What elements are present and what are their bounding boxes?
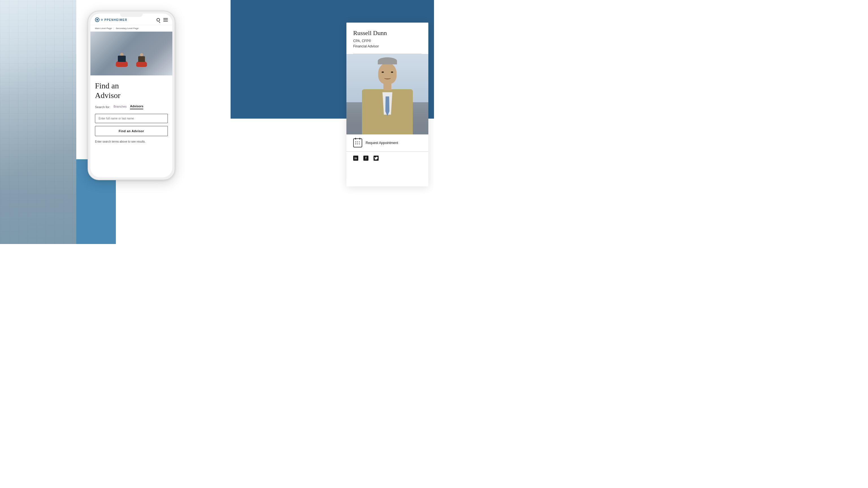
advisor-credentials-line2: Financial Advisor bbox=[353, 44, 379, 48]
find-advisor-section: Find an Advisor Search for: Branches Adv… bbox=[90, 75, 173, 146]
cal-dot-5 bbox=[357, 143, 358, 144]
advisor-photo bbox=[346, 54, 428, 134]
person-body-left bbox=[118, 56, 126, 62]
advisor-photo-person-container bbox=[346, 54, 428, 134]
advisor-eye-right bbox=[391, 71, 393, 73]
facebook-icon[interactable]: f bbox=[363, 156, 368, 161]
building-angle-overlay bbox=[0, 0, 76, 244]
hamburger-line-2 bbox=[163, 20, 168, 20]
advisor-hair bbox=[378, 57, 397, 64]
advisor-name: Russell Dunn bbox=[353, 29, 422, 37]
advisor-search-input[interactable] bbox=[95, 114, 168, 123]
hero-meeting-image bbox=[90, 32, 173, 75]
logo-prefix: O bbox=[101, 19, 103, 21]
advisor-neck bbox=[383, 83, 391, 90]
tab-advisors[interactable]: Advisors bbox=[130, 104, 143, 109]
phone-screen: O PPENHEIMER Main Level Page | Secondary… bbox=[90, 13, 173, 177]
find-advisor-title: Find an Advisor bbox=[95, 81, 168, 100]
title-line2: Advisor bbox=[95, 91, 120, 100]
advisor-card: Russell Dunn CPA, CFP® Financial Advisor bbox=[346, 23, 428, 186]
advisor-credentials: CPA, CFP® Financial Advisor bbox=[353, 38, 422, 49]
breadcrumb-separator: | bbox=[114, 27, 114, 30]
advisor-card-header: Russell Dunn CPA, CFP® Financial Advisor bbox=[346, 23, 428, 54]
cal-dot-2 bbox=[357, 141, 358, 142]
meeting-scene bbox=[116, 60, 147, 67]
advisor-credentials-line1: CPA, CFP® bbox=[353, 39, 371, 43]
cal-dot-1 bbox=[355, 141, 356, 142]
search-icon[interactable] bbox=[157, 18, 160, 22]
logo-text: PPENHEIMER bbox=[104, 19, 127, 22]
search-for-row: Search for: Branches Advisors bbox=[95, 104, 168, 109]
phone-breadcrumb: Main Level Page | Secondary Level Page bbox=[90, 25, 173, 32]
advisor-smile bbox=[384, 76, 391, 79]
appointment-label[interactable]: Request Appointment bbox=[366, 141, 398, 145]
hamburger-line-3 bbox=[163, 21, 168, 22]
advisor-head bbox=[378, 63, 397, 84]
phone-notch bbox=[120, 13, 143, 17]
linkedin-icon[interactable] bbox=[353, 156, 358, 161]
hamburger-menu-icon[interactable] bbox=[163, 18, 168, 22]
person-body-right bbox=[138, 56, 145, 62]
hamburger-line-1 bbox=[163, 18, 168, 19]
search-input-container bbox=[95, 114, 168, 123]
oppenheimer-logo: O PPENHEIMER bbox=[95, 18, 127, 22]
social-links-row: f bbox=[346, 152, 428, 165]
phone-content: Find an Advisor Search for: Branches Adv… bbox=[90, 32, 173, 177]
person-left bbox=[116, 60, 128, 67]
search-for-label: Search for: bbox=[95, 105, 110, 109]
breadcrumb-main[interactable]: Main Level Page bbox=[95, 27, 112, 30]
title-line1: Find an bbox=[95, 82, 119, 90]
meeting-bg bbox=[90, 32, 173, 75]
calendar-icon bbox=[353, 138, 362, 148]
cal-dot-6 bbox=[359, 143, 360, 144]
cal-dot-4 bbox=[355, 143, 356, 144]
person-right bbox=[136, 61, 147, 67]
breadcrumb-secondary[interactable]: Secondary Level Page bbox=[116, 27, 139, 30]
cal-dot-3 bbox=[359, 141, 360, 142]
advisor-suit bbox=[362, 89, 413, 134]
tab-branches[interactable]: Branches bbox=[114, 105, 127, 109]
logo-circle-icon bbox=[95, 18, 99, 22]
twitter-bird-icon bbox=[374, 157, 378, 160]
calendar-grid bbox=[355, 141, 360, 145]
twitter-icon[interactable] bbox=[374, 156, 379, 161]
phone-mockup: O PPENHEIMER Main Level Page | Secondary… bbox=[88, 11, 175, 180]
advisor-eye-left bbox=[382, 71, 384, 73]
find-advisor-button[interactable]: Find an Advisor bbox=[95, 126, 168, 136]
building-photo bbox=[0, 0, 76, 244]
search-hint-text: Enter search terms above to see results. bbox=[95, 140, 168, 143]
person-head-right bbox=[140, 53, 143, 56]
appointment-row[interactable]: Request Appointment bbox=[346, 134, 428, 152]
phone-nav-icons bbox=[157, 18, 168, 22]
